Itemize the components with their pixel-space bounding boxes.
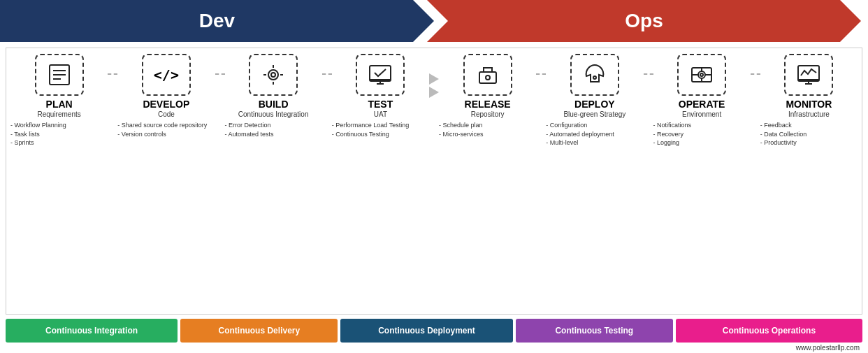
svg-point-15 (486, 75, 490, 80)
stage-develop: </> DEVELOP Code Shared source code repo… (117, 54, 215, 138)
list-item: Automated tests (225, 130, 322, 139)
deploy-list: ConfigurationAutomated deploymentMulti-l… (546, 121, 643, 147)
list-item: Continuous Testing (332, 130, 429, 139)
stage-deploy: DEPLOY Blue-green Strategy Configuration… (546, 54, 643, 147)
svg-point-5 (271, 73, 275, 77)
release-icon (463, 54, 512, 96)
stage-build: BUILD Continuous Integration Error Detec… (225, 54, 322, 138)
list-item: Task lists (10, 130, 108, 139)
list-item: Micro-services (439, 130, 536, 139)
list-item: Data Collection (760, 130, 858, 139)
list-item: Automated deployment (546, 130, 643, 139)
monitor-list: FeedbackData CollectionProductivity (760, 121, 858, 147)
footer-badge-1: Continuous Delivery (180, 319, 338, 343)
stage-connector-3 (322, 54, 332, 75)
develop-list: Shared source code repositoryVersion con… (117, 121, 215, 138)
list-item: Productivity (760, 138, 858, 147)
build-list: Error DetectionAutomated tests (225, 121, 322, 138)
stage-connector-7 (751, 54, 760, 75)
deploy-subtitle: Blue-green Strategy (563, 110, 625, 118)
list-item: Version controls (117, 130, 215, 139)
list-item: Multi-level (546, 138, 643, 147)
test-icon (356, 54, 405, 96)
deploy-icon (570, 54, 619, 96)
list-item: Feedback (760, 121, 858, 130)
stage-connector-4 (429, 54, 439, 98)
stage-monitor: MONITOR Infrastructure FeedbackData Coll… (760, 54, 858, 147)
test-subtitle: UAT (374, 110, 387, 118)
main-content: PLAN Requirements Workflow PlanningTask … (6, 48, 862, 315)
stage-connector-1 (108, 54, 117, 75)
svg-point-16 (593, 76, 596, 79)
list-item: Performance Load Testing (332, 121, 429, 130)
stage-test: TEST UAT Performance Load TestingContinu… (332, 54, 429, 138)
svg-point-4 (268, 70, 278, 80)
stage-plan: PLAN Requirements Workflow PlanningTask … (10, 54, 108, 147)
operate-subtitle: Environment (682, 110, 721, 118)
dev-arrow: Dev (0, 0, 434, 42)
deploy-title: DEPLOY (574, 99, 615, 110)
svg-point-18 (698, 71, 705, 78)
plan-icon (35, 54, 84, 96)
list-item: Workflow Planning (10, 121, 108, 130)
svg-point-19 (700, 73, 703, 76)
footer-badge-2: Continuous Deployment (340, 319, 512, 343)
develop-title: DEVELOP (143, 99, 189, 110)
operate-icon (677, 54, 726, 96)
test-list: Performance Load TestingContinuous Testi… (332, 121, 429, 138)
list-item: Schedule plan (439, 121, 536, 130)
build-icon (249, 54, 298, 96)
list-item: Notifications (653, 121, 751, 130)
dev-label: Dev (199, 10, 235, 32)
monitor-icon (784, 54, 833, 96)
plan-subtitle: Requirements (37, 110, 80, 118)
list-item: Configuration (546, 121, 643, 130)
operate-title: OPERATE (679, 99, 725, 110)
release-subtitle: Repository (471, 110, 505, 118)
develop-subtitle: Code (158, 110, 175, 118)
build-title: BUILD (259, 99, 289, 110)
monitor-title: MONITOR (786, 99, 832, 110)
list-item: Recovery (653, 130, 751, 139)
ops-label: Ops (625, 10, 663, 32)
test-title: TEST (368, 99, 393, 110)
plan-list: Workflow PlanningTask listsSprints (10, 121, 108, 147)
plan-title: PLAN (46, 99, 73, 110)
operate-list: NotificationsRecoveryLogging (653, 121, 751, 147)
stage-release: RELEASE Repository Schedule planMicro-se… (439, 54, 536, 138)
stage-operate: OPERATE Environment NotificationsRecover… (653, 54, 751, 147)
release-title: RELEASE (465, 99, 511, 110)
stage-connector-6 (644, 54, 653, 75)
list-item: Error Detection (225, 121, 322, 130)
stage-connector-2 (215, 54, 225, 75)
monitor-subtitle: Infrastructure (788, 110, 830, 118)
footer-badge-4: Continuous Operations (676, 319, 862, 343)
stages-container: PLAN Requirements Workflow PlanningTask … (9, 54, 859, 147)
stage-connector-5 (536, 54, 546, 75)
develop-icon: </> (142, 54, 191, 96)
footer-badge-3: Continuous Testing (516, 319, 673, 343)
footer-bar: Continuous IntegrationContinuous Deliver… (6, 319, 862, 343)
footer-badge-0: Continuous Integration (6, 319, 178, 343)
build-subtitle: Continuous Integration (238, 110, 309, 118)
svg-rect-14 (479, 72, 496, 83)
watermark: www.polestarllp.com (0, 344, 868, 353)
ops-arrow: Ops (427, 0, 861, 42)
list-item: Shared source code repository (117, 121, 215, 130)
list-item: Sprints (10, 138, 108, 147)
release-list: Schedule planMicro-services (439, 121, 536, 138)
list-item: Logging (653, 138, 751, 147)
